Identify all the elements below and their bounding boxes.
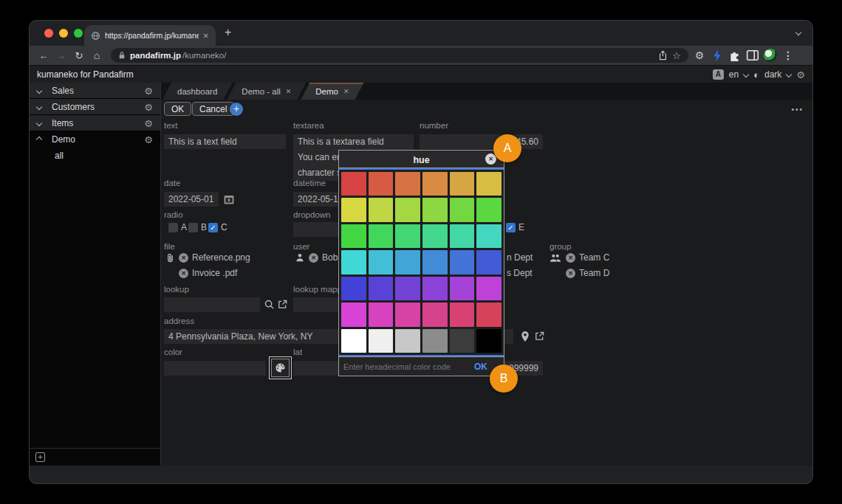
bolt-extension-icon[interactable] — [711, 49, 724, 62]
language-selector[interactable]: en — [729, 69, 739, 80]
color-swatch[interactable] — [422, 172, 448, 196]
reload-button[interactable] — [72, 50, 86, 61]
color-swatch[interactable] — [450, 329, 475, 353]
translate-icon[interactable] — [713, 69, 724, 80]
chevron-down-icon[interactable] — [36, 103, 42, 109]
theme-selector[interactable]: dark — [764, 69, 781, 80]
remove-group-icon[interactable] — [566, 253, 575, 263]
tab-demo-all[interactable]: Demo - all — [227, 83, 306, 100]
color-swatch[interactable] — [395, 329, 420, 353]
tab-dashboard[interactable]: dashboard — [162, 83, 232, 100]
forward-button[interactable] — [55, 50, 68, 61]
color-swatch[interactable] — [476, 198, 502, 221]
color-swatch[interactable] — [476, 224, 502, 248]
color-swatch[interactable] — [369, 250, 394, 274]
color-swatch[interactable] — [395, 172, 420, 196]
tab-list-chevron-icon[interactable] — [795, 30, 801, 35]
calendar-icon[interactable] — [223, 193, 235, 205]
external-link-icon[interactable] — [277, 299, 288, 310]
external-link-icon[interactable] — [534, 331, 545, 342]
color-picker-ok-button[interactable]: OK — [474, 362, 487, 372]
color-swatch[interactable] — [476, 250, 502, 274]
close-window-button[interactable] — [44, 29, 53, 38]
color-swatch[interactable] — [369, 303, 394, 326]
sidebar-item-demo[interactable]: Demo — [30, 131, 160, 148]
radio-option-c-checkbox[interactable] — [208, 223, 218, 232]
color-swatch[interactable] — [341, 303, 366, 326]
sidebar-item-customers[interactable]: Customers — [30, 99, 160, 115]
tab-close-icon[interactable] — [286, 88, 292, 95]
color-swatch[interactable] — [369, 277, 394, 300]
color-swatch[interactable] — [341, 198, 366, 221]
date-field-input[interactable] — [164, 192, 219, 207]
text-field-input[interactable] — [164, 134, 286, 149]
radio-option-a-checkbox[interactable] — [168, 223, 178, 232]
color-picker-header[interactable]: hue — [339, 151, 504, 168]
color-swatch[interactable] — [341, 224, 366, 248]
address-bar[interactable]: pandafirm.jp /kumaneko/ — [111, 48, 688, 63]
color-swatch[interactable] — [369, 198, 394, 221]
extension-gear-icon[interactable] — [693, 49, 706, 62]
color-swatch[interactable] — [395, 303, 420, 326]
color-swatch[interactable] — [450, 172, 475, 196]
browser-tab[interactable]: https://pandafirm.jp/kumaneko — [84, 25, 216, 46]
remove-file-icon[interactable] — [179, 253, 188, 263]
remove-user-icon[interactable] — [309, 253, 318, 263]
color-swatch[interactable] — [369, 172, 394, 196]
color-swatch[interactable] — [476, 303, 502, 326]
language-chevron-icon[interactable] — [743, 71, 749, 77]
map-pin-icon[interactable] — [520, 331, 530, 342]
side-panel-icon[interactable] — [746, 49, 759, 62]
back-button[interactable] — [37, 50, 50, 61]
add-button[interactable] — [230, 103, 243, 116]
color-swatch[interactable] — [422, 224, 448, 248]
gear-icon[interactable] — [144, 117, 153, 130]
share-icon[interactable] — [658, 50, 668, 61]
color-picker-button[interactable] — [269, 356, 292, 379]
color-swatch[interactable] — [341, 250, 366, 274]
color-swatch[interactable] — [476, 277, 502, 300]
gear-icon[interactable] — [144, 100, 153, 114]
app-settings-gear-icon[interactable] — [796, 68, 805, 80]
sidebar-item-items[interactable]: Items — [30, 115, 160, 131]
new-tab-button[interactable] — [225, 26, 231, 39]
color-swatch[interactable] — [395, 277, 420, 300]
search-icon[interactable] — [264, 299, 275, 310]
color-swatch[interactable] — [476, 329, 502, 353]
radio-option-b-checkbox[interactable] — [188, 223, 198, 232]
color-swatch[interactable] — [341, 172, 366, 196]
remove-group-icon[interactable] — [566, 269, 575, 278]
lookup-field-input[interactable] — [164, 297, 260, 312]
remove-file-icon[interactable] — [179, 269, 188, 278]
color-swatch[interactable] — [450, 224, 475, 248]
number-field-input[interactable] — [420, 134, 543, 149]
color-field-input[interactable] — [164, 361, 266, 376]
home-button[interactable] — [90, 49, 103, 61]
hex-code-input[interactable] — [339, 362, 474, 371]
color-swatch[interactable] — [369, 329, 394, 353]
browser-tab-close-icon[interactable] — [203, 32, 209, 40]
chevron-up-icon[interactable] — [36, 137, 42, 142]
color-swatch[interactable] — [476, 172, 502, 196]
checkbox-e[interactable] — [506, 223, 516, 232]
sidebar-subitem-all[interactable]: all — [30, 148, 160, 164]
color-swatch[interactable] — [422, 303, 448, 326]
more-options-icon[interactable] — [791, 106, 804, 114]
color-swatch[interactable] — [422, 277, 448, 300]
color-swatch[interactable] — [395, 224, 420, 248]
color-swatch[interactable] — [422, 198, 448, 221]
color-swatch[interactable] — [422, 250, 448, 274]
profile-avatar[interactable] — [764, 49, 777, 62]
color-swatch[interactable] — [450, 277, 475, 300]
tab-demo[interactable]: Demo — [301, 83, 363, 100]
color-swatch[interactable] — [450, 303, 475, 326]
add-app-icon[interactable] — [35, 452, 45, 462]
color-swatch[interactable] — [341, 329, 366, 353]
gear-icon[interactable] — [144, 133, 153, 146]
ok-button[interactable]: OK — [164, 102, 191, 116]
color-swatch[interactable] — [422, 329, 448, 353]
sidebar-item-sales[interactable]: Sales — [30, 83, 160, 99]
minimize-window-button[interactable] — [59, 29, 68, 38]
gear-icon[interactable] — [144, 84, 153, 97]
chevron-down-icon[interactable] — [36, 87, 42, 93]
